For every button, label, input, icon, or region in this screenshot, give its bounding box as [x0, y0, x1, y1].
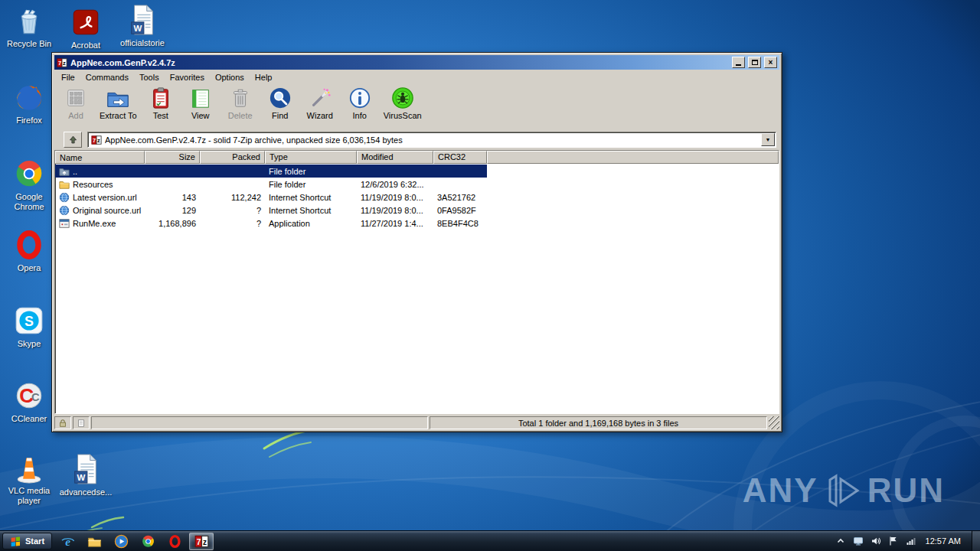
column-header-name[interactable]: Name: [55, 151, 145, 164]
menu-tools[interactable]: Tools: [134, 71, 165, 83]
desktop-icon-firefox[interactable]: Firefox: [0, 81, 58, 126]
start-button[interactable]: Start: [2, 533, 52, 549]
taskbar-media-player-button[interactable]: [109, 533, 133, 550]
column-header-type[interactable]: Type: [265, 151, 357, 164]
close-button[interactable]: ×: [764, 57, 777, 68]
window-titlebar[interactable]: 7z AppNee.com.GenP.v2.4.7z ×: [54, 55, 779, 70]
file-size: 129: [145, 206, 200, 215]
file-packed: ?: [200, 219, 265, 228]
taskbar-internet-explorer-button[interactable]: e: [55, 533, 80, 550]
up-directory-button[interactable]: [64, 132, 82, 148]
desktop-icon-opera[interactable]: Opera: [0, 229, 58, 273]
desktop-icon-google-chrome[interactable]: Google Chrome: [0, 158, 58, 211]
word-icon: W: [126, 4, 158, 36]
tray-display[interactable]: [852, 535, 864, 547]
test-icon: [149, 86, 172, 109]
url-icon: [59, 192, 70, 203]
address-dropdown-button[interactable]: ▼: [761, 133, 775, 146]
file-rows: ..File folderResourcesFile folder12/6/20…: [55, 164, 779, 413]
desktop-icon-acrobat[interactable]: Acrobat: [57, 6, 115, 51]
start-label: Start: [25, 536, 44, 546]
file-name: RunMe.exe: [73, 219, 116, 228]
address-text: AppNee.com.GenP.v2.4.7z - solid 7-Zip ar…: [105, 135, 758, 145]
file-packed: ?: [200, 206, 265, 215]
svg-text:e: e: [65, 534, 70, 547]
taskbar-seven-zip-button[interactable]: 7z: [189, 533, 214, 550]
taskbar-opera-button[interactable]: [162, 533, 187, 550]
desktop-icon-label: officialstorie: [120, 38, 165, 48]
desktop-icon-recycle-bin[interactable]: Recycle Bin: [0, 5, 58, 49]
file-row-0[interactable]: ..File folder: [55, 165, 779, 178]
taskbar-clock[interactable]: 12:57 AM: [923, 536, 966, 546]
wmp-icon: [114, 534, 129, 549]
svg-text:7: 7: [93, 137, 96, 144]
svg-text:7: 7: [58, 60, 61, 67]
menu-file[interactable]: File: [56, 71, 80, 83]
address-bar: 7z AppNee.com.GenP.v2.4.7z - solid 7-Zip…: [54, 130, 779, 150]
toolbar-wizard-button[interactable]: Wizard: [300, 85, 340, 129]
file-name-cell: Latest version.url: [55, 192, 145, 203]
desktop-icon-label: Google Chrome: [0, 192, 58, 211]
desktop-icon-label: VLC media player: [0, 486, 58, 505]
ie-icon: e: [60, 534, 75, 549]
file-name-cell: Original source.url: [55, 205, 145, 216]
column-header-packed[interactable]: Packed: [200, 151, 265, 164]
desktop-icon-skype[interactable]: SSkype: [0, 305, 58, 349]
chrome-icon: [13, 158, 45, 190]
toolbar-extract-button[interactable]: Extract To: [96, 85, 141, 129]
desktop-icon-vlc[interactable]: VLC media player: [0, 452, 58, 505]
toolbar-info-button[interactable]: Info: [340, 85, 380, 129]
toolbar-delete-button[interactable]: Delete: [220, 85, 260, 129]
file-modified: 11/19/2019 8:0...: [357, 193, 433, 202]
toolbar-find-button[interactable]: Find: [260, 85, 300, 129]
file-list: NameSizePackedTypeModifiedCRC32 ..File f…: [54, 150, 779, 414]
address-combo[interactable]: 7z AppNee.com.GenP.v2.4.7z - solid 7-Zip…: [87, 132, 776, 148]
toolbar-virusscan-button[interactable]: VirusScan: [380, 85, 426, 129]
desktop-icon-advancedse[interactable]: Wadvancedse...: [57, 453, 115, 497]
archive-icon: 7z: [91, 135, 102, 145]
taskbar-windows-explorer-button[interactable]: [82, 533, 106, 550]
show-desktop-button[interactable]: [972, 531, 980, 551]
resize-grip[interactable]: [769, 416, 779, 429]
column-header-modified[interactable]: Modified: [357, 151, 433, 164]
column-header-crc32[interactable]: CRC32: [433, 151, 487, 164]
file-row-4[interactable]: RunMe.exe1,168,896?Application11/27/2019…: [55, 217, 779, 230]
tray-action-center[interactable]: [887, 535, 900, 547]
desktop-icon-officialstorie[interactable]: Wofficialstorie: [113, 4, 172, 48]
menu-help[interactable]: Help: [250, 71, 278, 83]
seven-zip-icon: 7z: [57, 57, 67, 68]
tray-volume[interactable]: [870, 535, 882, 547]
menu-favorites[interactable]: Favorites: [165, 71, 210, 83]
tray-show-hidden-icons[interactable]: [835, 535, 847, 547]
taskbar-google-chrome-button[interactable]: [136, 533, 160, 550]
file-row-2[interactable]: Latest version.url143112,242Internet Sho…: [55, 191, 779, 204]
tray-network[interactable]: [905, 535, 917, 547]
svg-text:z: z: [97, 137, 100, 144]
svg-text:S: S: [24, 314, 34, 329]
maximize-button[interactable]: [748, 57, 761, 68]
toolbar-view-button[interactable]: View: [181, 85, 220, 129]
file-size: 143: [145, 193, 200, 202]
toolbar-test-button[interactable]: Test: [141, 85, 181, 129]
desktop-icon-label: Opera: [18, 263, 41, 273]
file-row-1[interactable]: ResourcesFile folder12/6/2019 6:32...: [55, 178, 779, 191]
extract-icon: [106, 86, 129, 109]
svg-text:z: z: [203, 537, 207, 546]
toolbar-add-button[interactable]: Add: [56, 85, 96, 129]
file-packed: 112,242: [200, 193, 265, 202]
menu-commands[interactable]: Commands: [80, 71, 134, 83]
menu-options[interactable]: Options: [210, 71, 250, 83]
status-spacer-panel: [91, 416, 428, 429]
minimize-button[interactable]: [732, 57, 745, 68]
file-row-3[interactable]: Original source.url129?Internet Shortcut…: [55, 204, 779, 217]
toolbar-label: Test: [153, 111, 168, 120]
folder-icon: [59, 179, 70, 190]
desktop-icon-ccleaner[interactable]: CCCCleaner: [0, 380, 58, 424]
file-name: Resources: [73, 180, 113, 189]
status-lock-icon: [54, 416, 71, 429]
column-header-size[interactable]: Size: [145, 151, 200, 164]
wizard-icon: [309, 86, 332, 109]
sevenzip-icon: 7z: [194, 534, 209, 549]
flag-icon: [888, 536, 899, 546]
taskbar-buttons: e7z: [55, 533, 214, 550]
